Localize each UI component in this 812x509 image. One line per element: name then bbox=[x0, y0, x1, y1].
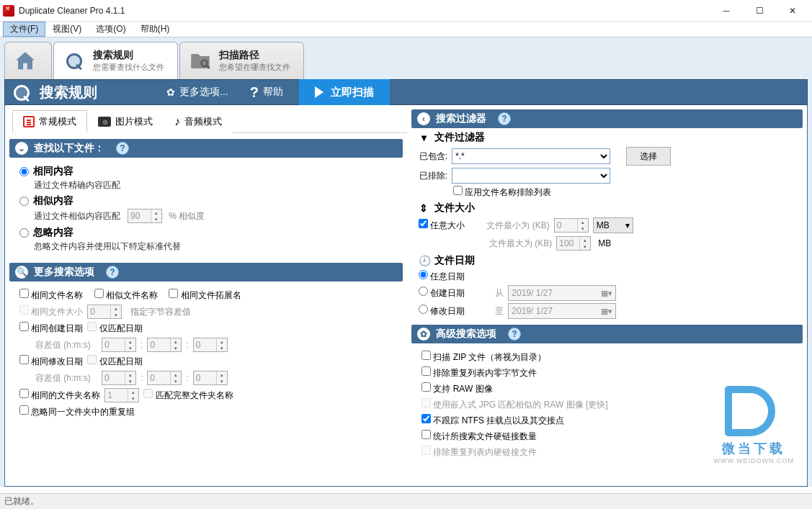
upper-panel: 搜索规则 您需要查找什么文件 扫描路径 您希望在哪查找文件 搜索规则 ✿ 更多选… bbox=[0, 37, 812, 487]
ck-count-hardlinks[interactable]: 统计所搜索文件硬链接数量 bbox=[421, 430, 537, 443]
section-more-options: 🔍 更多搜索选项 ? bbox=[9, 263, 403, 281]
advanced-options: 扫描 ZIP 文件（将视为目录） 排除重复列表内零字节文件 支持 RAW 图像 … bbox=[407, 346, 807, 463]
radio-similar-content[interactable]: 相似内容 bbox=[19, 194, 398, 207]
ck-name-exclude-list[interactable]: 应用文件名称排除列表 bbox=[453, 186, 551, 199]
similar-content-desc: 通过文件相似内容匹配 90 % 相似度 bbox=[34, 209, 398, 223]
ck-same-name[interactable]: 相同文件名称 bbox=[19, 289, 83, 302]
scan-now-button[interactable]: 立即扫描 bbox=[299, 79, 390, 105]
tab-rules-title: 搜索规则 bbox=[93, 49, 164, 62]
include-combo[interactable]: *.* bbox=[452, 148, 610, 164]
tab-normal-mode[interactable]: 常规模式 bbox=[12, 110, 87, 133]
music-note-icon: ♪ bbox=[174, 115, 180, 128]
section-more-title: 更多搜索选项 bbox=[34, 266, 94, 279]
tab-audio-mode[interactable]: ♪ 音频模式 bbox=[164, 110, 233, 133]
chevron-left-icon[interactable]: ‹ bbox=[417, 112, 430, 125]
radio-ignore-content[interactable]: 忽略内容 bbox=[19, 226, 398, 239]
search-icon bbox=[61, 48, 87, 74]
ignore-content-desc: 忽略文件内容并使用以下特定标准代替 bbox=[34, 240, 398, 253]
window-controls: ─ ☐ ✕ bbox=[710, 0, 809, 22]
menu-options[interactable]: 选项(O) bbox=[89, 22, 133, 37]
close-button[interactable]: ✕ bbox=[776, 0, 809, 22]
search-icon bbox=[12, 84, 30, 101]
tab-scan-path[interactable]: 扫描路径 您希望在哪查找文件 bbox=[179, 42, 304, 79]
minimize-button[interactable]: ─ bbox=[710, 0, 743, 22]
tab-image-label: 图片模式 bbox=[115, 115, 153, 128]
help-icon[interactable]: ? bbox=[508, 328, 521, 341]
help-label: 帮助 bbox=[263, 86, 283, 99]
to-date-picker[interactable]: 2019/ 1/27▦▾ bbox=[508, 303, 616, 319]
select-button[interactable]: 选择 bbox=[626, 147, 671, 166]
radio-any-date[interactable]: 任意日期 bbox=[419, 270, 465, 283]
tab-path-title: 扫描路径 bbox=[219, 49, 290, 62]
size-icon: ⇕ bbox=[419, 202, 429, 214]
section-advanced: ✿ 高级搜索选项 ? bbox=[411, 325, 803, 343]
help-icon[interactable]: ? bbox=[106, 266, 119, 279]
ck-same-folder[interactable]: 相同的文件夹名称 bbox=[19, 389, 100, 402]
radio-create-date[interactable]: 创建日期 bbox=[419, 287, 465, 299]
menu-help[interactable]: 帮助(H) bbox=[133, 22, 177, 37]
search-plus-icon[interactable]: 🔍 bbox=[15, 266, 28, 279]
min-unit-select[interactable]: MB▾ bbox=[593, 217, 633, 233]
more-options-label: 更多选项... bbox=[179, 86, 228, 99]
from-label: 从 bbox=[495, 287, 504, 299]
folder-search-icon bbox=[187, 48, 213, 74]
main-tabs: 搜索规则 您需要查找什么文件 扫描路径 您希望在哪查找文件 bbox=[4, 42, 808, 79]
status-bar: 已就绪。 bbox=[0, 493, 812, 509]
ck-exclude-zero[interactable]: 排除重复列表内零字节文件 bbox=[421, 366, 537, 379]
scan-label: 立即扫描 bbox=[331, 86, 374, 99]
tab-search-rules[interactable]: 搜索规则 您需要查找什么文件 bbox=[53, 42, 178, 79]
ck-ignore-same-folder-dup[interactable]: 忽略同一文件夹中的重复组 bbox=[19, 405, 135, 418]
ck-same-ext[interactable]: 相同文件拓展名 bbox=[169, 289, 241, 302]
help-icon[interactable]: ? bbox=[116, 142, 129, 155]
from-date-picker[interactable]: 2019/ 1/27▦▾ bbox=[508, 285, 616, 301]
ck-full-folder[interactable]: 匹配完整文件夹名称 bbox=[143, 389, 233, 402]
min-size-spinner: 0 bbox=[554, 218, 589, 233]
maximize-button[interactable]: ☐ bbox=[743, 0, 776, 22]
tab-audio-label: 音频模式 bbox=[184, 115, 222, 128]
menu-file[interactable]: 文件(F) bbox=[3, 22, 45, 37]
home-icon bbox=[12, 48, 38, 74]
more-options-form: 相同文件名称 相似文件名称 相同文件拓展名 相同文件大小 0 指定字节容差值 相… bbox=[5, 284, 407, 423]
ck-any-size[interactable]: 任意大小 bbox=[419, 219, 465, 232]
menu-view[interactable]: 视图(V) bbox=[45, 22, 89, 37]
max-size-spinner: 100 bbox=[556, 236, 591, 251]
titlebar: Duplicate Cleaner Pro 4.1.1 ─ ☐ ✕ bbox=[0, 0, 812, 22]
filter-icon: ▾ bbox=[419, 132, 429, 143]
app-title: Duplicate Cleaner Pro 4.1.1 bbox=[19, 6, 125, 16]
camera-icon bbox=[98, 117, 111, 127]
size-tol-suffix: 指定字节容差值 bbox=[130, 306, 191, 318]
chevron-down-icon[interactable]: ⌄ bbox=[15, 142, 28, 155]
radio-same-content[interactable]: 相同内容 bbox=[19, 165, 398, 178]
ck-ntfs-mount[interactable]: 不跟踪 NTFS 挂载点以及其交接点 bbox=[421, 414, 564, 427]
app-icon bbox=[3, 5, 14, 17]
right-pane: ‹ 搜索过滤器 ? ▾文件过滤器 已包含: *.* 选择 已排除: 应用文件名称… bbox=[407, 105, 807, 486]
exclude-label: 已排除: bbox=[419, 170, 447, 182]
ck-same-size[interactable]: 相同文件大小 bbox=[19, 305, 83, 318]
exclude-combo[interactable] bbox=[452, 168, 610, 184]
folder-depth-spinner: 1 bbox=[104, 388, 139, 402]
ck-date-only-2[interactable]: 仅匹配日期 bbox=[87, 355, 142, 368]
tab-home[interactable] bbox=[4, 42, 52, 79]
ck-same-modify-date[interactable]: 相同修改日期 bbox=[19, 355, 83, 368]
ck-date-only-1[interactable]: 仅匹配日期 bbox=[87, 322, 142, 335]
ck-scan-zip[interactable]: 扫描 ZIP 文件（将视为目录） bbox=[421, 351, 546, 364]
radio-modify-date[interactable]: 修改日期 bbox=[419, 305, 465, 317]
help-icon[interactable]: ? bbox=[498, 112, 511, 125]
section-find-title: 查找以下文件： bbox=[34, 142, 104, 155]
gear-icon[interactable]: ✿ bbox=[417, 328, 430, 341]
sub-file-date: 🕘文件日期 bbox=[419, 254, 807, 267]
more-options-button[interactable]: ✿ 更多选项... bbox=[161, 86, 234, 99]
include-label: 已包含: bbox=[419, 150, 447, 163]
section-find-files: ⌄ 查找以下文件： ? bbox=[9, 139, 403, 158]
ck-same-create-date[interactable]: 相同创建日期 bbox=[19, 322, 83, 335]
ck-support-raw[interactable]: 支持 RAW 图像 bbox=[421, 382, 493, 395]
ck-exclude-hardlinks: 排除重复列表内硬链接文件 bbox=[421, 446, 537, 459]
sub-file-filter: ▾文件过滤器 bbox=[419, 131, 807, 144]
action-bar: 搜索规则 ✿ 更多选项... ? 帮助 立即扫描 bbox=[4, 79, 808, 105]
tab-image-mode[interactable]: 图片模式 bbox=[87, 110, 164, 133]
ck-similar-name[interactable]: 相似文件名称 bbox=[94, 289, 158, 302]
help-button[interactable]: ? 帮助 bbox=[244, 84, 289, 101]
min-size-label: 文件最小为 (KB) bbox=[486, 220, 549, 232]
similarity-spinner[interactable]: 90 bbox=[128, 209, 162, 223]
section-search-filter: ‹ 搜索过滤器 ? bbox=[411, 109, 803, 128]
